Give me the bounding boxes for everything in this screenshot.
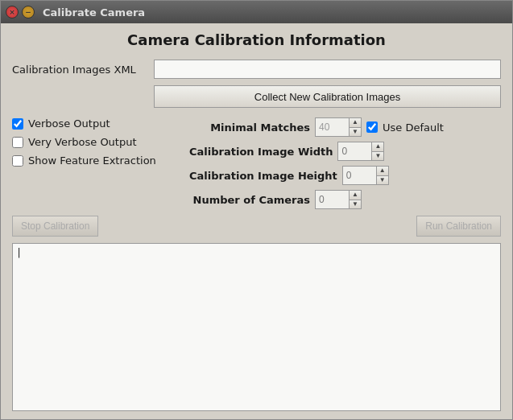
xml-row: Calibration Images XML: [12, 60, 501, 79]
collect-btn-row: Collect New Calibration Images: [12, 85, 501, 108]
calib-width-row: Calibration Image Width ▲ ▼: [189, 142, 501, 161]
left-section: Verbose Output Very Verbose Output Show …: [12, 117, 189, 167]
very-verbose-row: Very Verbose Output: [12, 136, 189, 148]
calib-width-down[interactable]: ▼: [372, 152, 383, 161]
minimal-matches-up[interactable]: ▲: [350, 118, 361, 128]
calib-width-up[interactable]: ▲: [372, 142, 383, 152]
num-cameras-up[interactable]: ▲: [350, 191, 361, 200]
calib-height-spinbox: ▲ ▼: [342, 166, 389, 185]
xml-input[interactable]: [154, 60, 501, 79]
use-default-checkbox[interactable]: [366, 121, 378, 133]
calib-width-arrows: ▲ ▼: [371, 142, 384, 161]
stop-calibration-button[interactable]: Stop Calibration: [12, 216, 98, 237]
collect-calibration-button[interactable]: Collect New Calibration Images: [154, 85, 501, 108]
verbose-output-label: Verbose Output: [28, 117, 110, 130]
num-cameras-input[interactable]: [315, 190, 349, 209]
calib-height-input[interactable]: [342, 166, 376, 185]
show-feature-checkbox[interactable]: [12, 155, 23, 167]
minimize-button[interactable]: −: [22, 6, 35, 19]
minimal-matches-label: Minimal Matches: [189, 121, 310, 134]
window-controls: × −: [6, 6, 35, 19]
use-default-label: Use Default: [383, 121, 444, 134]
calib-height-down[interactable]: ▼: [377, 176, 388, 185]
very-verbose-checkbox[interactable]: [12, 137, 23, 148]
show-feature-label: Show Feature Extraction: [28, 154, 156, 167]
calib-height-row: Calibration Image Height ▲ ▼: [189, 166, 501, 185]
verbose-output-checkbox[interactable]: [12, 118, 23, 130]
calib-height-label: Calibration Image Height: [189, 170, 337, 182]
close-button[interactable]: ×: [6, 6, 19, 19]
calib-width-input[interactable]: [337, 142, 371, 161]
button-row: Stop Calibration Run Calibration: [12, 216, 501, 237]
num-cameras-spinbox: ▲ ▼: [315, 190, 362, 209]
calib-height-up[interactable]: ▲: [377, 167, 388, 176]
very-verbose-label: Very Verbose Output: [28, 136, 137, 148]
show-feature-row: Show Feature Extraction: [12, 154, 189, 167]
run-calibration-button[interactable]: Run Calibration: [416, 216, 501, 237]
num-cameras-label: Number of Cameras: [189, 194, 310, 206]
content-area: Camera Calibration Information Calibrati…: [1, 23, 512, 419]
page-title: Camera Calibration Information: [12, 31, 501, 48]
close-icon: ×: [9, 8, 15, 16]
window-title: Calibrate Camera: [43, 6, 145, 19]
output-textarea[interactable]: |: [12, 243, 501, 411]
num-cameras-arrows: ▲ ▼: [349, 190, 362, 209]
num-cameras-down[interactable]: ▼: [350, 200, 361, 209]
minimal-matches-arrows: ▲ ▼: [349, 117, 362, 137]
title-bar: × − Calibrate Camera: [1, 1, 512, 23]
calib-height-arrows: ▲ ▼: [376, 166, 389, 185]
verbose-output-row: Verbose Output: [12, 117, 189, 130]
minimal-matches-spinbox: ▲ ▼: [315, 117, 362, 137]
num-cameras-row: Number of Cameras ▲ ▼: [189, 190, 501, 209]
calib-width-label: Calibration Image Width: [189, 146, 333, 158]
minimal-matches-input[interactable]: [315, 117, 349, 137]
minimal-matches-down[interactable]: ▼: [350, 128, 361, 137]
right-section: Minimal Matches ▲ ▼ Use Default Calibrat…: [189, 117, 501, 209]
xml-label: Calibration Images XML: [12, 64, 149, 76]
calib-width-spinbox: ▲ ▼: [337, 142, 384, 161]
minimize-icon: −: [25, 8, 31, 16]
minimal-matches-row: Minimal Matches ▲ ▼ Use Default: [189, 117, 501, 137]
main-window: × − Calibrate Camera Camera Calibration …: [0, 0, 513, 420]
